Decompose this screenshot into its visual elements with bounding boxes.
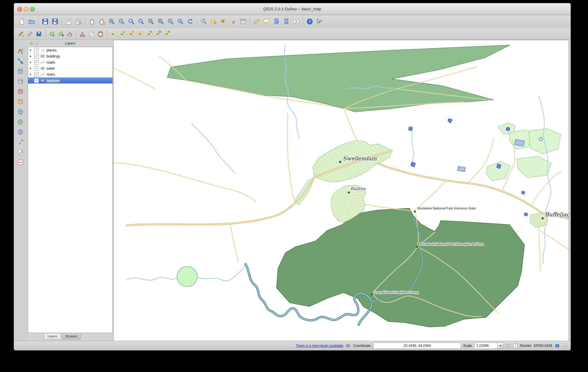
refresh-map-button[interactable]: [185, 16, 195, 26]
layer-visibility-checkbox[interactable]: ✓: [34, 72, 39, 77]
text-annotation-button[interactable]: T: [291, 16, 301, 26]
new-plugin-link[interactable]: There is a new plugin available: [295, 344, 343, 348]
layer-item-water[interactable]: ▶✓water: [28, 65, 112, 71]
svg-text:abc: abc: [138, 33, 142, 35]
scale-dropdown-arrow-icon[interactable]: [498, 343, 503, 349]
layer-labeling-button[interactable]: abc: [109, 29, 118, 38]
map-canvas[interactable]: Swellendam Railton Bontebok National Par…: [113, 40, 569, 341]
layer-item-landuse[interactable]: ▶✓landuse: [28, 77, 112, 83]
label-highlight-button[interactable]: abc: [136, 29, 145, 38]
save-layer-edits-button[interactable]: [35, 29, 44, 38]
layer-polygon-icon: [40, 66, 45, 71]
composer-manager-button[interactable]: [73, 16, 83, 26]
save-project-button[interactable]: [40, 16, 50, 26]
zoom-next-button[interactable]: [175, 16, 185, 26]
whats-this-button[interactable]: ?: [315, 16, 324, 26]
layer-visibility-checkbox[interactable]: ✓: [34, 66, 39, 71]
label-rotate-button[interactable]: abc: [154, 29, 162, 38]
zoom-to-layer-button[interactable]: [156, 16, 166, 26]
label-move-button[interactable]: abc: [145, 29, 154, 38]
window-title: QGIS 2.0.1-Dufour – basic_map: [14, 3, 571, 15]
log-messages-button[interactable]: [562, 343, 568, 349]
label-properties-button[interactable]: abc: [162, 29, 171, 38]
new-project-button[interactable]: [17, 16, 27, 26]
cut-features-button[interactable]: [78, 29, 87, 38]
add-feature-button[interactable]: [47, 29, 56, 38]
expand-arrow-icon[interactable]: ▶: [30, 67, 33, 70]
zoom-full-button[interactable]: [136, 16, 146, 26]
layer-item-roads[interactable]: ▶✓roads: [28, 59, 112, 65]
select-features-button[interactable]: [209, 16, 219, 26]
add-vector-layer-button[interactable]: [16, 47, 25, 55]
save-project-as-button[interactable]: [50, 16, 60, 26]
expand-arrow-icon[interactable]: ▶: [30, 49, 33, 51]
zoom-last-button[interactable]: [166, 16, 175, 26]
layer-item-rivers[interactable]: ▶✓rivers: [28, 71, 112, 77]
toolbar-separator: [107, 30, 107, 38]
open-attribute-table-button[interactable]: [238, 16, 248, 26]
layer-name: places: [47, 48, 57, 52]
plugin-icon[interactable]: [345, 343, 351, 349]
new-bookmark-button[interactable]: [271, 16, 281, 26]
toggle-editing-button[interactable]: [26, 29, 35, 38]
add-wcs-layer-button[interactable]: [16, 128, 25, 136]
expand-arrow-icon[interactable]: ▶: [30, 79, 33, 82]
pan-map-button[interactable]: [87, 16, 97, 26]
svg-text:abc: abc: [111, 33, 115, 35]
select-by-expression-button[interactable]: ε: [228, 16, 238, 26]
expand-arrow-icon[interactable]: ▶: [30, 55, 33, 57]
add-delimited-text-layer-button[interactable]: ,: [16, 138, 25, 146]
layer-item-places[interactable]: ▶✓places: [28, 47, 112, 53]
new-shapefile-button[interactable]: [16, 148, 25, 157]
layer-visibility-checkbox[interactable]: ✓: [34, 48, 39, 53]
pan-to-selection-button[interactable]: [97, 16, 107, 26]
render-checkbox[interactable]: ✓: [513, 343, 518, 348]
desktop: { "window": { "title": "QGIS 2.0.1-Dufou…: [0, 0, 588, 372]
layer-polygon-icon: [40, 78, 45, 83]
remove-layer-button[interactable]: [16, 158, 25, 167]
zoom-native-button[interactable]: 1:1: [126, 16, 136, 26]
add-wms-layer-button[interactable]: [16, 107, 25, 116]
layer-item-buildings[interactable]: ▶✓buildings: [28, 53, 112, 59]
scale-combobox[interactable]: 1:23396: [474, 343, 503, 349]
move-feature-button[interactable]: [56, 29, 65, 38]
expand-arrow-icon[interactable]: ▶: [30, 61, 33, 64]
map-tips-button[interactable]: [262, 16, 271, 26]
layer-marker-icon: [40, 48, 45, 53]
deselect-features-button[interactable]: [219, 16, 228, 26]
label-pin-button[interactable]: abc: [127, 29, 136, 38]
add-raster-layer-button[interactable]: [16, 57, 25, 66]
paste-features-button[interactable]: [96, 29, 105, 38]
zoom-in-button[interactable]: [107, 16, 117, 26]
help-button[interactable]: ?: [305, 16, 315, 26]
tab-layers[interactable]: Layers: [44, 334, 61, 339]
copy-features-button[interactable]: [87, 29, 96, 38]
coordinate-input[interactable]: 20.4398,-34.0394: [373, 343, 461, 349]
zoom-to-selection-button[interactable]: [146, 16, 156, 26]
current-edits-button[interactable]: [17, 29, 26, 38]
crs-status-button[interactable]: [554, 343, 560, 349]
layer-visibility-checkbox[interactable]: ✓: [34, 60, 39, 65]
show-bookmarks-button[interactable]: [281, 16, 291, 26]
new-print-composer-button[interactable]: [64, 16, 73, 26]
add-postgis-layer-button[interactable]: [16, 67, 25, 76]
layer-visibility-checkbox[interactable]: ✓: [34, 54, 39, 59]
toolbar-separator: [38, 18, 38, 25]
zoom-out-button[interactable]: [117, 16, 126, 26]
label-add-button[interactable]: abc: [118, 29, 127, 38]
open-project-button[interactable]: [27, 16, 36, 26]
layer-visibility-checkbox[interactable]: ✓: [34, 78, 39, 83]
layer-line-icon: [40, 72, 45, 77]
add-wfs-layer-button[interactable]: [16, 118, 25, 126]
expand-arrow-icon[interactable]: ▶: [30, 73, 33, 76]
landuse-forest-polygon: [167, 45, 510, 112]
add-spatialite-layer-button[interactable]: [16, 77, 25, 86]
svg-text:ε: ε: [232, 18, 235, 24]
add-oracle-layer-button[interactable]: [16, 97, 25, 106]
identify-features-button[interactable]: i: [199, 16, 209, 26]
node-tool-button[interactable]: [65, 29, 74, 38]
render-paint-icon[interactable]: [505, 343, 511, 349]
measure-line-button[interactable]: [252, 16, 262, 26]
add-mssql-layer-button[interactable]: [16, 87, 25, 96]
tab-browser[interactable]: Browser: [62, 334, 81, 339]
